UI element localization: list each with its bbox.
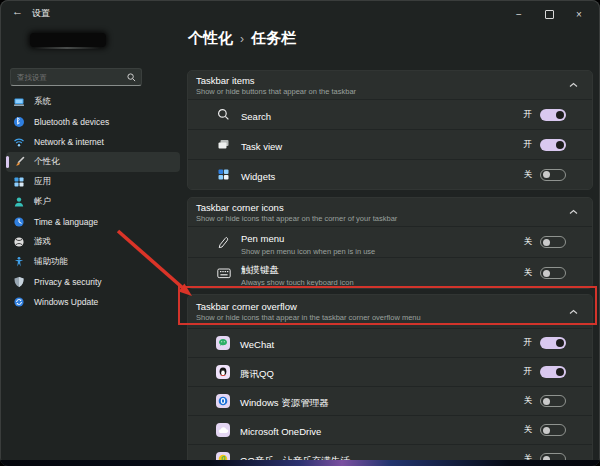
sidebar-item-personalization[interactable]: 个性化 [6,152,180,172]
sidebar-item-accounts[interactable]: 帐户 [6,192,180,212]
toggle-knob [556,141,564,149]
onedrive-icon [216,423,230,437]
setting-label: Search [241,111,271,122]
sidebar-item-gaming[interactable]: 游戏 [6,232,180,252]
time-language-icon [12,216,25,229]
sidebar-item-label: 应用 [34,176,51,188]
setting-row-widgets: Widgets 关 [188,159,592,189]
back-button[interactable]: ← [12,5,23,17]
toggle-knob [543,270,550,277]
sidebar-item-network[interactable]: Network & internet [6,132,180,152]
sidebar-item-bluetooth[interactable]: Bluetooth & devices [6,112,180,132]
widgets-toggle[interactable] [540,169,566,181]
sidebar-item-label: Network & internet [34,137,104,147]
section-subtitle: Show or hide icons that appear on the co… [196,214,569,223]
wechat-icon [216,336,230,350]
search-toggle[interactable] [540,109,566,121]
sidebar-item-windows-update[interactable]: Windows Update [6,292,180,312]
windows-update-icon [12,296,25,309]
sidebar-item-label: 个性化 [34,156,60,168]
setting-label: Task view [241,141,282,152]
sidebar-item-privacy[interactable]: Privacy & security [6,272,180,292]
qq-toggle[interactable] [540,366,566,378]
bluetooth-icon [12,116,25,129]
toggle-state-label: 关 [524,169,533,181]
sidebar-item-system[interactable]: 系统 [6,92,180,112]
sidebar-item-time-language[interactable]: Time & language [6,212,180,232]
setting-row-touch-keyboard: 触摸键盘 Always show touch keyboard icon 关 [188,257,592,288]
toggle-state-label: 开 [524,109,533,121]
section-title: Taskbar corner overflow [196,301,569,312]
toggle-knob [556,368,564,376]
toggle-knob [543,171,550,178]
sidebar-item-label: Bluetooth & devices [34,117,109,127]
page-title: 任务栏 [251,29,296,48]
task-view-icon [216,137,231,152]
system-icon [12,96,25,109]
chevron-up-icon [569,82,578,88]
toggle-knob [556,111,564,119]
qq-icon [216,365,230,379]
maximize-icon [545,10,554,19]
wechat-toggle[interactable] [540,337,566,349]
sidebar-item-label: 帐户 [34,196,51,208]
toggle-knob [543,398,550,405]
toggle-state-label: 开 [524,139,533,151]
search-input[interactable] [11,73,127,82]
setting-row-wechat: WeChat 开 [188,328,592,357]
sidebar-item-label: Time & language [34,217,98,227]
section-header-corner-icons[interactable]: Taskbar corner icons Show or hide icons … [188,198,592,226]
maximize-button[interactable] [534,0,564,28]
apps-icon [12,176,25,189]
onedrive-toggle[interactable] [540,424,566,436]
breadcrumb-parent[interactable]: 个性化 [188,29,233,48]
toggle-state-label: 开 [524,337,533,349]
explorer-icon [216,394,230,408]
setting-sublabel: Always show touch keyboard icon [241,278,524,287]
sidebar: 系统 Bluetooth & devices Network & interne… [0,28,186,460]
privacy-icon [12,276,25,289]
group-taskbar-items: Taskbar items Show or hide buttons that … [187,70,593,190]
sidebar-nav: 系统 Bluetooth & devices Network & interne… [0,92,186,312]
setting-label: Pen menu [241,233,284,244]
search-icon [216,107,231,122]
sidebar-item-label: 系统 [34,96,51,108]
sidebar-item-accessibility[interactable]: 辅助功能 [6,252,180,272]
section-title: Taskbar items [196,75,569,86]
group-taskbar-corner-overflow: Taskbar corner overflow Show or hide ico… [187,294,593,466]
toggle-knob [543,239,550,246]
close-button[interactable]: × [564,0,594,28]
sidebar-item-label: Privacy & security [34,277,102,287]
setting-label: 触摸键盘 [241,264,279,275]
setting-sublabel: Show pen menu icon when pen is in use [241,247,524,256]
setting-label: WeChat [240,339,274,350]
settings-search-box[interactable] [10,68,142,86]
task-view-toggle[interactable] [540,139,566,151]
accessibility-icon [12,256,25,269]
group-taskbar-corner-icons: Taskbar corner icons Show or hide icons … [187,197,593,289]
touch-keyboard-icon [216,266,231,281]
chevron-up-icon [569,209,578,215]
explorer-toggle[interactable] [540,395,566,407]
chevron-up-icon [569,309,578,315]
app-title: 设置 [32,7,50,20]
section-header-corner-overflow[interactable]: Taskbar corner overflow Show or hide ico… [188,295,592,328]
section-header-taskbar-items[interactable]: Taskbar items Show or hide buttons that … [188,71,592,99]
minimize-button[interactable]: − [504,0,534,28]
setting-row-task-view: Task view 开 [188,129,592,159]
setting-row-onedrive: Microsoft OneDrive 关 [188,415,592,444]
main-content: 个性化 › 任务栏 Taskbar items Show or hide but… [187,28,593,461]
gaming-icon [12,236,25,249]
accounts-icon [12,196,25,209]
toggle-state-label: 关 [524,236,533,248]
section-title: Taskbar corner icons [196,202,569,213]
toggle-knob [543,427,550,434]
sidebar-item-apps[interactable]: 应用 [6,172,180,192]
toggle-state-label: 关 [524,424,533,436]
sidebar-item-label: 辅助功能 [34,256,68,268]
touch-keyboard-toggle[interactable] [540,267,566,279]
pen-icon [216,235,231,250]
setting-row-pen-menu: Pen menu Show pen menu icon when pen is … [188,226,592,257]
pen-menu-toggle[interactable] [540,236,566,248]
setting-row-qq: 腾讯QQ 开 [188,357,592,386]
